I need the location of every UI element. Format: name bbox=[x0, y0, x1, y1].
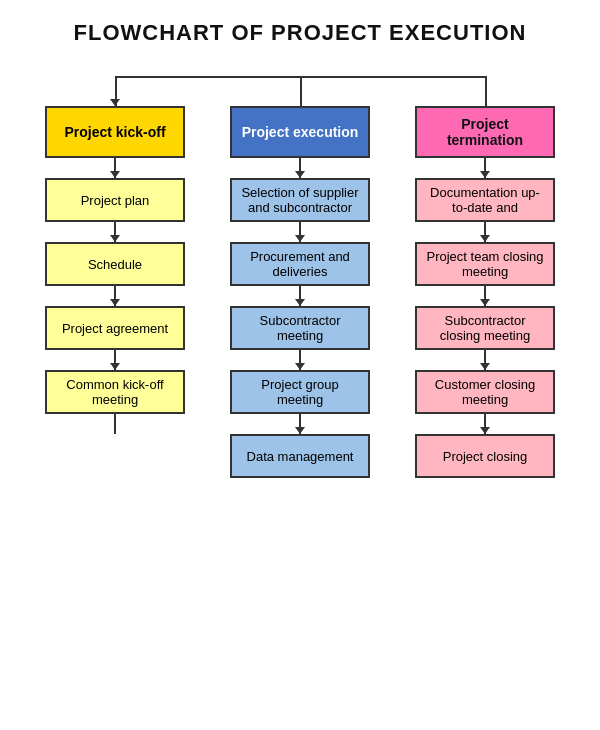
arrow-col3-4 bbox=[484, 350, 486, 370]
arrow-col2-5 bbox=[299, 414, 301, 434]
arrow-col3-2 bbox=[484, 222, 486, 242]
flowchart: Project kick-off Project plan Schedule P… bbox=[15, 106, 585, 478]
box-subcontractor-closing: Subcontractor closing meeting bbox=[415, 306, 555, 350]
box-subcontractor-meeting: Subcontractor meeting bbox=[230, 306, 370, 350]
arrow-col1-2 bbox=[114, 222, 116, 242]
box-schedule: Schedule bbox=[45, 242, 185, 286]
column-execution: Project execution Selection of supplier … bbox=[208, 106, 393, 478]
box-project-team-closing: Project team closing meeting bbox=[415, 242, 555, 286]
box-customer-closing: Customer closing meeting bbox=[415, 370, 555, 414]
box-procurement: Procurement and deliveries bbox=[230, 242, 370, 286]
arrow-col2-1 bbox=[299, 158, 301, 178]
arrow-col3-5 bbox=[484, 414, 486, 434]
box-supplier-selection: Selection of supplier and subcontractor bbox=[230, 178, 370, 222]
arrow-col2-4 bbox=[299, 350, 301, 370]
box-data-management: Data management bbox=[230, 434, 370, 478]
box-common-kickoff: Common kick-off meeting bbox=[45, 370, 185, 414]
arrow-col3-1 bbox=[484, 158, 486, 178]
box-project-agreement: Project agreement bbox=[45, 306, 185, 350]
box-project-group-meeting: Project group meeting bbox=[230, 370, 370, 414]
arrow-col1-1 bbox=[114, 158, 116, 178]
page-title: FLOWCHART OF PROJECT EXECUTION bbox=[74, 20, 527, 46]
arrow-col1-3 bbox=[114, 286, 116, 306]
box-project-closing: Project closing bbox=[415, 434, 555, 478]
header-termination: Project termination bbox=[415, 106, 555, 158]
box-project-plan: Project plan bbox=[45, 178, 185, 222]
bottom-line-col1 bbox=[114, 414, 116, 434]
column-termination: Project termination Documentation up-to-… bbox=[393, 106, 578, 478]
column-kickoff: Project kick-off Project plan Schedule P… bbox=[23, 106, 208, 434]
arrow-col2-3 bbox=[299, 286, 301, 306]
header-kickoff: Project kick-off bbox=[45, 106, 185, 158]
arrow-col3-3 bbox=[484, 286, 486, 306]
arrow-col1-4 bbox=[114, 350, 116, 370]
box-documentation: Documentation up-to-date and bbox=[415, 178, 555, 222]
arrow-col2-2 bbox=[299, 222, 301, 242]
header-execution: Project execution bbox=[230, 106, 370, 158]
page: FLOWCHART OF PROJECT EXECUTION Project k… bbox=[0, 0, 600, 730]
